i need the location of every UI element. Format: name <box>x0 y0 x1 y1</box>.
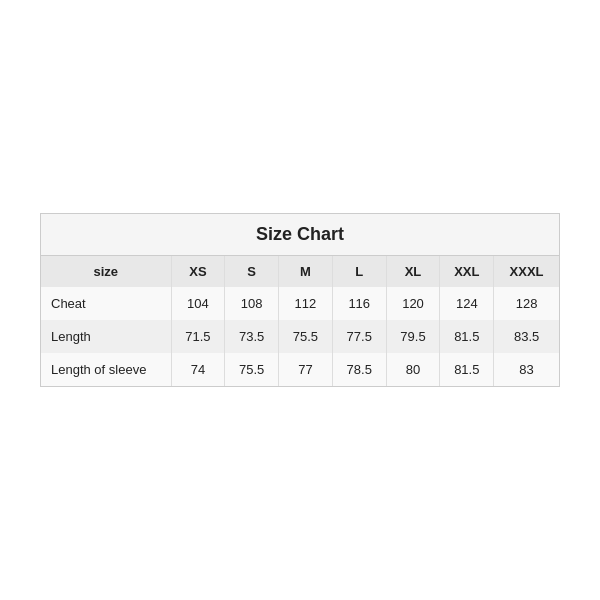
header-col-1: XS <box>171 256 225 287</box>
cell-2-3: 78.5 <box>332 353 386 386</box>
cell-1-5: 81.5 <box>440 320 494 353</box>
table-row: Length of sleeve7475.57778.58081.583 <box>41 353 559 386</box>
row-label-2: Length of sleeve <box>41 353 171 386</box>
size-table: sizeXSSMLXLXXLXXXL Cheat1041081121161201… <box>41 256 559 386</box>
cell-1-0: 71.5 <box>171 320 225 353</box>
cell-0-0: 104 <box>171 287 225 320</box>
cell-1-4: 79.5 <box>386 320 440 353</box>
cell-1-1: 73.5 <box>225 320 279 353</box>
table-row: Cheat104108112116120124128 <box>41 287 559 320</box>
size-chart: Size Chart sizeXSSMLXLXXLXXXL Cheat10410… <box>40 213 560 387</box>
cell-2-0: 74 <box>171 353 225 386</box>
row-label-1: Length <box>41 320 171 353</box>
cell-0-4: 120 <box>386 287 440 320</box>
table-row: Length71.573.575.577.579.581.583.5 <box>41 320 559 353</box>
cell-1-2: 75.5 <box>279 320 333 353</box>
chart-title-row: Size Chart <box>41 214 559 256</box>
header-col-6: XXL <box>440 256 494 287</box>
cell-2-1: 75.5 <box>225 353 279 386</box>
cell-0-2: 112 <box>279 287 333 320</box>
cell-0-3: 116 <box>332 287 386 320</box>
chart-title: Size Chart <box>256 224 344 244</box>
cell-0-1: 108 <box>225 287 279 320</box>
row-label-0: Cheat <box>41 287 171 320</box>
cell-2-2: 77 <box>279 353 333 386</box>
table-header-row: sizeXSSMLXLXXLXXXL <box>41 256 559 287</box>
cell-0-5: 124 <box>440 287 494 320</box>
cell-1-6: 83.5 <box>494 320 559 353</box>
cell-2-6: 83 <box>494 353 559 386</box>
header-col-7: XXXL <box>494 256 559 287</box>
table-body: Cheat104108112116120124128Length71.573.5… <box>41 287 559 386</box>
header-col-0: size <box>41 256 171 287</box>
header-col-3: M <box>279 256 333 287</box>
cell-2-5: 81.5 <box>440 353 494 386</box>
cell-2-4: 80 <box>386 353 440 386</box>
header-col-4: L <box>332 256 386 287</box>
cell-1-3: 77.5 <box>332 320 386 353</box>
cell-0-6: 128 <box>494 287 559 320</box>
header-col-5: XL <box>386 256 440 287</box>
header-col-2: S <box>225 256 279 287</box>
